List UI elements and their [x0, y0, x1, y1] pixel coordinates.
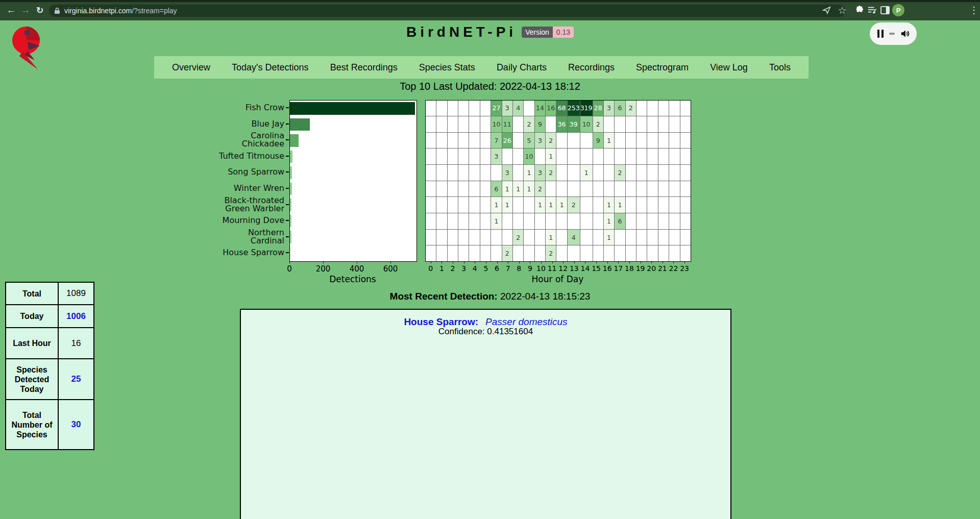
nav-daily-charts[interactable]: Daily Charts: [497, 62, 547, 73]
reload-button[interactable]: ↻: [33, 3, 47, 17]
profile-avatar[interactable]: P: [892, 4, 904, 16]
chrome-menu-icon[interactable]: ⋮: [968, 4, 980, 16]
stats-label: Total Number of Species: [6, 400, 58, 450]
stats-row: Today1006: [6, 305, 94, 328]
stats-table: Total1089Today1006Last Hour16Species Det…: [5, 282, 94, 450]
recent-label: Most Recent Detection:: [390, 291, 498, 302]
masthead: BirdNET-Pi Version 0.13: [0, 23, 980, 41]
back-button[interactable]: ←: [4, 3, 18, 17]
seek-handle[interactable]: [889, 33, 895, 35]
url-bar[interactable]: virginia.birdnetpi.com/?stream=play: [49, 5, 845, 17]
nav-tools[interactable]: Tools: [769, 62, 791, 73]
nav-best-recordings[interactable]: Best Recordings: [330, 62, 398, 73]
detection-scientific-name: Passer domesticus: [485, 316, 568, 327]
window-edge: [0, 0, 980, 2]
url-text: virginia.birdnetpi.com/?stream=play: [64, 7, 177, 15]
send-icon[interactable]: [821, 4, 833, 16]
nav-overview[interactable]: Overview: [172, 62, 210, 73]
audio-player: [870, 22, 917, 45]
stats-row: Total Number of Species30: [6, 400, 94, 450]
recent-value: 2022-04-13 18:15:23: [500, 291, 590, 302]
nav-today-s-detections[interactable]: Today's Detections: [232, 62, 309, 73]
stats-row: Last Hour16: [6, 328, 94, 359]
site-title: BirdNET-Pi: [406, 24, 517, 40]
detection-common-name[interactable]: House Sparrow:: [404, 316, 478, 327]
nav-species-stats[interactable]: Species Stats: [419, 62, 475, 73]
stats-row: Species Detected Today25: [6, 359, 94, 400]
extensions-icon[interactable]: [853, 4, 866, 16]
screen: ← → ↻ virginia.birdnetpi.com/?stream=pla…: [0, 0, 980, 519]
nav-recordings[interactable]: Recordings: [568, 62, 615, 73]
browser-chrome: ← → ↻ virginia.birdnetpi.com/?stream=pla…: [0, 0, 980, 20]
volume-icon[interactable]: [900, 29, 910, 38]
detection-title: House Sparrow:Passer domesticus: [241, 316, 730, 328]
version-badge: Version 0.13: [522, 27, 574, 38]
detection-panel: House Sparrow:Passer domesticus Confiden…: [240, 309, 731, 519]
stats-value: 16: [58, 328, 94, 359]
detection-confidence: Confidence: 0.41351604: [241, 327, 730, 337]
most-recent-detection: Most Recent Detection: 2022-04-13 18:15:…: [0, 291, 980, 302]
stats-label: Today: [6, 305, 58, 328]
bookmark-star-icon[interactable]: ☆: [836, 4, 848, 16]
stats-label: Species Detected Today: [6, 359, 58, 400]
media-playlist-icon[interactable]: [866, 4, 878, 16]
version-label: Version: [522, 27, 553, 38]
stats-value[interactable]: 30: [58, 400, 94, 450]
stats-value[interactable]: 25: [58, 359, 94, 400]
lock-icon: [54, 7, 60, 14]
main-nav: OverviewToday's DetectionsBest Recording…: [154, 56, 808, 79]
top10-heading: Top 10 Last Updated: 2022-04-13 18:12: [0, 81, 980, 92]
nav-view-log[interactable]: View Log: [710, 62, 748, 73]
stats-value[interactable]: 1006: [58, 305, 94, 328]
nav-spectrogram[interactable]: Spectrogram: [636, 62, 689, 73]
stats-label: Last Hour: [6, 328, 58, 359]
side-panel-icon[interactable]: [879, 4, 891, 16]
pause-icon[interactable]: [877, 30, 884, 38]
forward-button[interactable]: →: [18, 3, 33, 17]
version-value: 0.13: [553, 27, 574, 38]
